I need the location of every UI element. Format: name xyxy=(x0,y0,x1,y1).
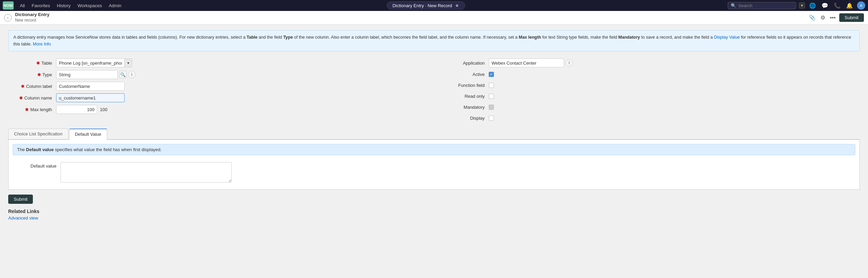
table-input[interactable] xyxy=(56,58,125,67)
avatar[interactable]: A xyxy=(857,1,865,10)
table-control: ▾ xyxy=(56,58,427,67)
settings-icon[interactable]: ⚙ xyxy=(819,14,827,22)
required-star-maxlen: ✱ xyxy=(25,107,29,112)
mandatory-control xyxy=(489,105,860,110)
active-label: Active xyxy=(441,72,489,77)
table-input-wrapper: ▾ xyxy=(56,58,132,67)
tab-content-default-value: The Default value specifies what value t… xyxy=(8,140,860,190)
form-grid: ✱Table ▾ ✱Type 🔍 i xyxy=(8,57,860,123)
required-star-cname: ✱ xyxy=(19,95,23,101)
breadcrumb-bar: ‹ Dictionary Entry New record 📎 ⚙ ••• Su… xyxy=(0,11,868,25)
related-links-title: Related Links xyxy=(8,209,860,214)
read-only-row: Read only xyxy=(441,91,860,101)
main-content: A dictionary entry manages how ServiceNo… xyxy=(0,25,868,226)
more-options-icon[interactable]: ••• xyxy=(829,14,837,22)
form-section-right: Application i Active Function field xyxy=(441,57,860,123)
chat-icon[interactable]: 💬 xyxy=(820,2,830,9)
advanced-view-link[interactable]: Advanced view xyxy=(8,215,38,221)
breadcrumb-sub: New record xyxy=(15,18,49,23)
maxlen-input[interactable] xyxy=(56,105,97,114)
table-label: ✱Table xyxy=(8,61,56,66)
favorite-star-icon[interactable]: ★ xyxy=(455,3,459,8)
type-input[interactable] xyxy=(56,70,118,79)
submit-button-main[interactable]: Submit xyxy=(8,195,33,204)
top-navigation: NOW All Favorites History Workspaces Adm… xyxy=(0,0,868,11)
application-row: Application i xyxy=(441,57,860,68)
type-info-icon[interactable]: i xyxy=(128,71,136,78)
attach-icon[interactable]: 📎 xyxy=(807,14,817,22)
mandatory-label: Mandatory xyxy=(441,105,489,110)
nav-item-favorites[interactable]: Favorites xyxy=(29,0,52,11)
nav-center: Dictionary Entry · New Record ★ xyxy=(126,1,726,10)
column-label-label: ✱Column label xyxy=(8,84,56,89)
application-control: i xyxy=(489,58,860,67)
active-checkbox[interactable] xyxy=(489,72,494,77)
breadcrumb-actions: 📎 ⚙ ••• Submit xyxy=(807,13,864,22)
bell-icon[interactable]: 🔔 xyxy=(845,2,854,9)
default-value-row: Default value xyxy=(13,159,855,185)
related-links: Related Links Advanced view xyxy=(8,209,860,221)
nav-right-actions: 🔍 ▾ 🌐 💬 📞 🔔 A xyxy=(728,1,865,10)
default-value-input[interactable] xyxy=(61,162,232,183)
column-name-control xyxy=(56,93,427,102)
default-value-info: The Default value specifies what value t… xyxy=(13,144,855,155)
default-value-label: Default value xyxy=(13,162,61,169)
breadcrumb-main: Dictionary Entry xyxy=(15,12,49,18)
phone-icon[interactable]: 📞 xyxy=(832,2,842,9)
app-logo: NOW xyxy=(3,1,14,10)
info-banner: A dictionary entry manages how ServiceNo… xyxy=(8,30,860,51)
mandatory-row: Mandatory xyxy=(441,102,860,112)
function-field-checkbox[interactable] xyxy=(489,83,494,88)
read-only-checkbox[interactable] xyxy=(489,94,494,99)
banner-text: A dictionary entry manages how ServiceNo… xyxy=(13,35,851,47)
column-label-input[interactable] xyxy=(56,82,125,91)
display-label: Display xyxy=(441,116,489,121)
page-title-text: Dictionary Entry · New Record xyxy=(393,3,452,8)
application-info-icon[interactable]: i xyxy=(565,59,573,67)
required-star-type: ✱ xyxy=(37,72,41,77)
search-input[interactable] xyxy=(738,3,793,8)
column-label-control xyxy=(56,82,427,91)
display-control xyxy=(489,116,860,121)
application-input[interactable] xyxy=(489,58,564,67)
type-row: ✱Type 🔍 i xyxy=(8,69,427,80)
nav-item-history[interactable]: History xyxy=(54,0,73,11)
required-star: ✱ xyxy=(36,61,40,66)
maxlen-control: 100 xyxy=(56,105,427,114)
tabs-section: Choice List Specification Default Value … xyxy=(8,129,860,190)
column-name-input[interactable] xyxy=(56,93,125,102)
mandatory-checkbox[interactable] xyxy=(489,105,494,110)
nav-item-admin[interactable]: Admin xyxy=(106,0,124,11)
read-only-label: Read only xyxy=(441,94,489,99)
tab-default-value[interactable]: Default Value xyxy=(69,129,107,140)
type-label: ✱Type xyxy=(8,72,56,77)
page-title-pill: Dictionary Entry · New Record ★ xyxy=(387,1,465,10)
more-info-link[interactable]: More Info xyxy=(33,42,51,47)
form-section-left: ✱Table ▾ ✱Type 🔍 i xyxy=(8,57,427,123)
submit-button-top[interactable]: Submit xyxy=(839,13,864,22)
table-dropdown-btn[interactable]: ▾ xyxy=(125,58,132,67)
column-name-row: ✱Column name xyxy=(8,92,427,103)
breadcrumb: Dictionary Entry New record xyxy=(15,12,49,23)
back-button[interactable]: ‹ xyxy=(4,14,12,22)
type-search-icon[interactable]: 🔍 xyxy=(119,71,127,78)
function-field-label: Function field xyxy=(441,83,489,88)
search-box[interactable]: 🔍 xyxy=(728,2,796,9)
required-star-col: ✱ xyxy=(21,84,25,89)
nav-item-all[interactable]: All xyxy=(17,0,27,11)
search-dropdown-btn[interactable]: ▾ xyxy=(799,2,805,9)
globe-icon[interactable]: 🌐 xyxy=(808,2,817,9)
function-field-control xyxy=(489,83,860,88)
display-checkbox[interactable] xyxy=(489,116,494,121)
tab-choice-list[interactable]: Choice List Specification xyxy=(8,129,68,139)
column-name-label: ✱Column name xyxy=(8,95,56,101)
maxlen-display: 100 xyxy=(99,107,107,112)
table-row: ✱Table ▾ xyxy=(8,57,427,68)
display-value-link[interactable]: Display Value xyxy=(714,35,740,40)
search-icon: 🔍 xyxy=(731,3,736,8)
function-field-row: Function field xyxy=(441,80,860,90)
nav-item-workspaces[interactable]: Workspaces xyxy=(75,0,104,11)
type-control: 🔍 i xyxy=(56,70,427,79)
active-row: Active xyxy=(441,69,860,79)
maxlen-row: ✱Max length 100 xyxy=(8,104,427,115)
